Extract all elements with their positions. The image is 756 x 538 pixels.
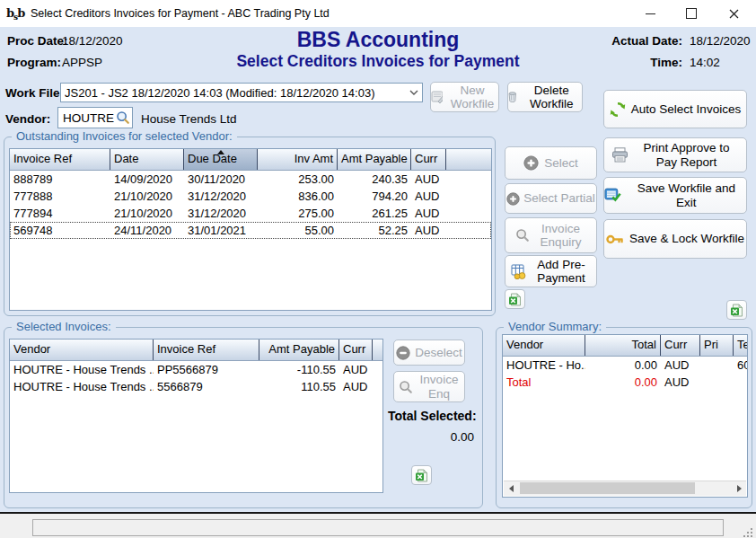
table-row[interactable]: HOUTRE - House Trends ... 5566879 110.55… <box>10 378 382 395</box>
workfile-selected-value: JS201 - JS2 18/12/2020 14:03 (Modified: … <box>65 86 406 100</box>
maximize-button[interactable] <box>671 0 712 27</box>
time-label: Time: <box>584 56 682 69</box>
excel-icon <box>730 304 743 317</box>
vendor-summary-group: Vendor Summary: Vendor Total Curr Pri Te… <box>496 327 752 508</box>
scroll-right-button[interactable] <box>732 481 746 496</box>
vendor-code-input[interactable]: HOUTRE <box>57 107 133 128</box>
scroll-left-icon <box>509 485 514 492</box>
proc-date-label: Proc Date: <box>7 34 68 48</box>
table-row[interactable]: HOUTRE - House Trends ... PP5566879 -110… <box>10 361 382 378</box>
minimize-button[interactable] <box>629 0 671 27</box>
col-amt-payable[interactable]: Amt Payable <box>259 340 339 360</box>
select-label: Select <box>544 156 578 170</box>
add-prepayment-button[interactable]: Add Pre-Payment <box>505 255 597 287</box>
select-partial-button[interactable]: Select Partial <box>505 183 597 214</box>
new-workfile-button[interactable]: New Workfile <box>430 82 499 112</box>
col-curr[interactable]: Curr <box>661 335 700 356</box>
vendor-summary-title: Vendor Summary: <box>504 320 606 333</box>
actual-date-value: 18/12/2020 <box>690 34 751 48</box>
new-workfile-icon <box>431 90 443 104</box>
selected-invoices-title: Selected Invoices: <box>12 320 116 333</box>
selected-invoices-table: Vendor Invoice Ref Amt Payable Curr HOUT… <box>9 339 383 493</box>
outstanding-table-header: Invoice Ref Date Due Date Inv Amt Amt Pa… <box>10 149 491 171</box>
maximize-icon <box>686 8 697 19</box>
chevron-down-icon[interactable] <box>406 90 422 95</box>
title-bar: bsb Select Creditors Invoices for Paymen… <box>0 0 756 27</box>
table-row[interactable]: 888789 14/09/2020 30/11/2020 253.00 240.… <box>10 171 491 188</box>
invoice-enquiry-label: Invoice Enquiry <box>535 222 587 249</box>
time-value: 14:02 <box>690 56 720 69</box>
col-curr[interactable]: Curr <box>339 340 373 360</box>
new-workfile-label: New Workfile <box>446 84 498 110</box>
deselect-button[interactable]: Deselect <box>393 340 465 366</box>
delete-workfile-button[interactable]: Delete Workfile <box>507 82 583 112</box>
col-total[interactable]: Total <box>585 335 661 356</box>
save-lock-workfile-button[interactable]: Save & Lock Workfile <box>603 219 747 259</box>
screen-title: Select Creditors Invoices for Payment <box>154 52 602 71</box>
select-button[interactable]: Select <box>505 146 597 180</box>
save-check-icon <box>604 188 621 203</box>
print-approve-report-label: Print Approve to Pay Report <box>634 141 740 168</box>
sort-asc-icon <box>217 150 224 154</box>
scrollbar-track[interactable] <box>518 481 732 496</box>
actual-date-label: Actual Date: <box>584 34 682 48</box>
key-icon <box>606 233 624 246</box>
close-icon <box>729 9 739 19</box>
scroll-left-button[interactable] <box>504 481 518 496</box>
total-selected-value: 0.00 <box>388 430 474 444</box>
app-window: bsb Select Creditors Invoices for Paymen… <box>0 0 756 538</box>
table-row[interactable]: 777888 21/10/2020 31/12/2020 836.00 794.… <box>10 188 491 205</box>
export-excel-outstanding-button[interactable] <box>505 289 525 309</box>
recycle-icon <box>610 101 626 118</box>
col-vendor[interactable]: Vendor <box>503 335 585 356</box>
invoice-enq-button[interactable]: Invoice Enq <box>393 371 465 402</box>
window-title: Select Creditors Invoices for Payment - … <box>31 0 330 27</box>
table-row[interactable]: HOUTRE - Ho... 0.00 AUD 60 <box>503 357 747 374</box>
excel-icon <box>415 469 428 482</box>
resize-grip[interactable] <box>743 528 752 537</box>
printer-icon <box>611 147 629 163</box>
app-title: BBS Accounting <box>198 28 558 52</box>
invoice-enquiry-button[interactable]: Invoice Enquiry <box>505 217 597 253</box>
save-workfile-exit-button[interactable]: Save Workfile and Exit <box>603 177 747 214</box>
delete-workfile-label: Delete Workfile <box>522 84 582 110</box>
program-value: APPSP <box>62 56 102 69</box>
excel-icon <box>508 293 522 306</box>
col-vendor[interactable]: Vendor <box>10 340 154 360</box>
plus-circle-icon <box>506 192 520 206</box>
scrollbar-thumb[interactable] <box>520 482 695 494</box>
horizontal-scrollbar[interactable] <box>504 481 746 496</box>
col-amt-payable[interactable]: Amt Payable <box>338 149 411 170</box>
auto-select-invoices-label: Auto Select Invoices <box>631 102 741 116</box>
vendor-summary-table: Vendor Total Curr Pri Te HOUTRE - Ho... … <box>502 334 748 498</box>
vendor-label: Vendor: <box>5 112 50 126</box>
table-row-focused[interactable]: 569748 24/11/2020 31/01/2021 55.00 52.25… <box>10 222 491 239</box>
table-row-total[interactable]: Total 0.00 AUD <box>503 374 747 391</box>
proc-date-value: 18/12/2020 <box>62 34 123 48</box>
col-curr[interactable]: Curr <box>411 149 446 170</box>
col-due-date[interactable]: Due Date <box>184 149 258 170</box>
print-approve-report-button[interactable]: Print Approve to Pay Report <box>603 137 747 172</box>
select-partial-label: Select Partial <box>523 191 595 205</box>
col-inv-amt[interactable]: Inv Amt <box>258 149 338 170</box>
col-invoice-ref[interactable]: Invoice Ref <box>154 340 259 360</box>
selected-table-header: Vendor Invoice Ref Amt Payable Curr <box>10 340 382 361</box>
workfile-select[interactable]: JS201 - JS2 18/12/2020 14:03 (Modified: … <box>60 83 423 102</box>
col-invoice-ref[interactable]: Invoice Ref <box>10 149 110 170</box>
table-row[interactable]: 777894 21/10/2020 31/12/2020 275.00 261.… <box>10 205 491 222</box>
workfile-label: Work File: <box>5 86 64 100</box>
close-button[interactable] <box>712 0 756 27</box>
export-excel-selected-button[interactable] <box>411 465 432 485</box>
total-selected-label: Total Selected: <box>388 409 477 423</box>
col-terms[interactable]: Te <box>734 335 747 356</box>
status-bar <box>0 512 756 538</box>
vendor-search-icon[interactable] <box>116 110 130 125</box>
trash-icon <box>508 90 517 104</box>
save-workfile-exit-label: Save Workfile and Exit <box>627 181 746 208</box>
col-pri[interactable]: Pri <box>700 335 734 356</box>
col-date[interactable]: Date <box>110 149 184 170</box>
auto-select-invoices-button[interactable]: Auto Select Invoices <box>603 90 747 128</box>
outstanding-invoices-group: Outstanding Invoices for selected Vendor… <box>4 137 496 316</box>
prepayment-icon <box>511 264 528 279</box>
export-excel-summary-button[interactable] <box>726 300 747 320</box>
